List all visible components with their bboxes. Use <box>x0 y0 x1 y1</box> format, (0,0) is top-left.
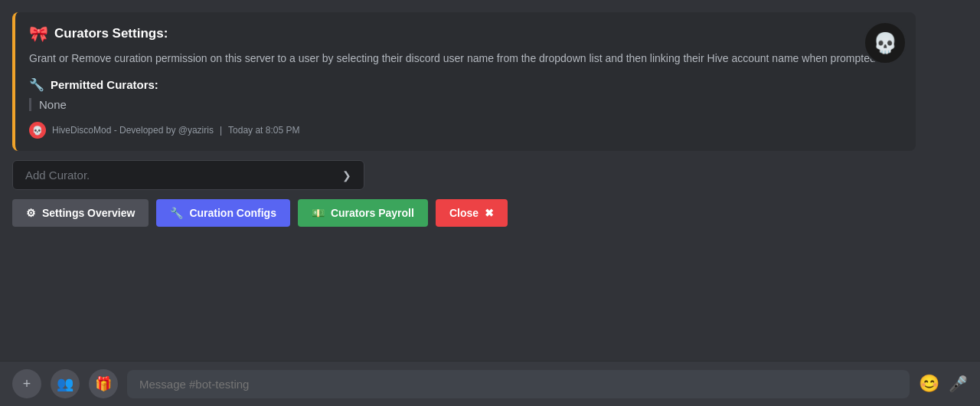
bot-avatar-large: 💀 <box>864 21 906 64</box>
settings-overview-button[interactable]: ⚙ Settings Overview <box>12 199 149 227</box>
payroll-label: Curators Payroll <box>331 207 414 219</box>
select-row: Add Curator. ❯ <box>12 160 968 190</box>
add-curator-select[interactable]: Add Curator. ❯ <box>12 160 364 190</box>
add-button[interactable]: + <box>12 369 41 398</box>
curation-label: Curation Configs <box>189 207 276 219</box>
payroll-icon: 💵 <box>312 207 325 219</box>
people-icon-button[interactable]: 👥 <box>51 369 80 398</box>
gift-icon: 🎁 <box>95 375 112 392</box>
curation-icon: 🔧 <box>170 207 183 219</box>
bot-avatar-emoji: 💀 <box>873 31 897 55</box>
close-icon: ✖ <box>485 207 494 219</box>
footer-timestamp: Today at 8:05 PM <box>228 125 299 136</box>
card-description: Grant or Remove curation permission on t… <box>29 51 902 67</box>
footer-separator: | <box>220 125 222 136</box>
message-input[interactable] <box>127 370 910 398</box>
card-title-text: Curators Settings: <box>54 26 168 41</box>
button-row: ⚙ Settings Overview 🔧 Curation Configs 💵… <box>12 199 968 227</box>
section-icon: 🔧 <box>29 77 44 92</box>
emoji-picker-icon[interactable]: 😊 <box>919 374 939 394</box>
close-label: Close <box>449 207 479 219</box>
curation-configs-button[interactable]: 🔧 Curation Configs <box>156 199 290 227</box>
close-button[interactable]: Close ✖ <box>436 199 508 227</box>
title-icon: 🎀 <box>29 25 48 43</box>
mic-icon[interactable]: 🎤 <box>949 375 968 393</box>
footer-bot-name: HiveDiscoMod - Developed by @yaziris <box>52 125 214 136</box>
settings-label: Settings Overview <box>42 207 135 219</box>
permitted-value: None <box>29 98 902 111</box>
card-title: 🎀 Curators Settings: <box>29 25 902 43</box>
curators-payroll-button[interactable]: 💵 Curators Payroll <box>298 199 428 227</box>
select-placeholder: Add Curator. <box>25 169 90 182</box>
gift-button[interactable]: 🎁 <box>89 369 118 398</box>
bottom-bar: + 👥 🎁 😊 🎤 <box>0 361 980 406</box>
people-icon: 👥 <box>57 375 74 392</box>
bot-message-card: 💀 🎀 Curators Settings: Grant or Remove c… <box>12 12 916 151</box>
bot-footer: 💀 HiveDiscoMod - Developed by @yaziris |… <box>29 122 902 139</box>
chat-area: 💀 🎀 Curators Settings: Grant or Remove c… <box>0 0 980 361</box>
section-title: 🔧 Permitted Curators: <box>29 77 902 92</box>
bot-avatar-small: 💀 <box>29 122 46 139</box>
add-icon: + <box>23 376 31 392</box>
section-label-text: Permitted Curators: <box>51 78 158 91</box>
settings-icon: ⚙ <box>26 207 36 219</box>
chevron-right-icon: ❯ <box>342 169 351 182</box>
